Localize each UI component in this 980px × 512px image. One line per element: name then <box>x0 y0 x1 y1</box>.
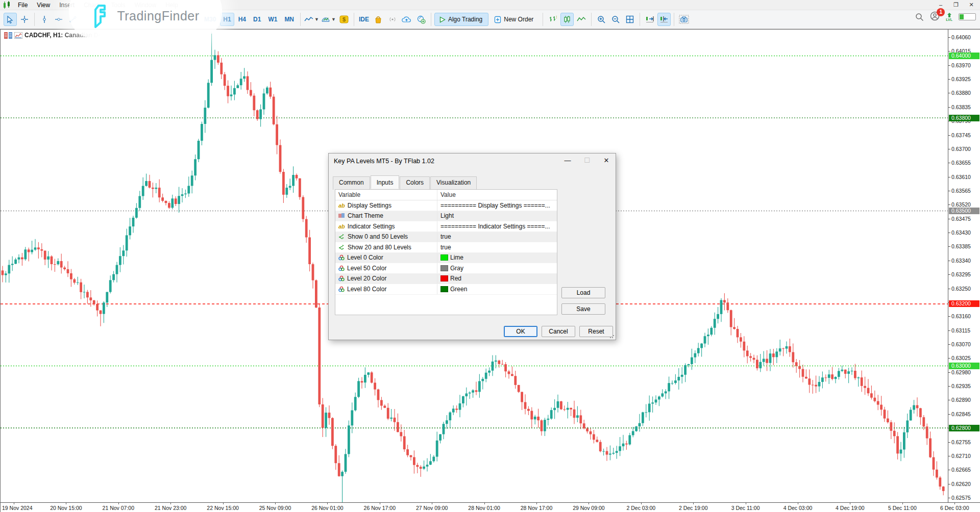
symbols-button[interactable]: $ <box>337 13 351 26</box>
candle <box>710 328 713 335</box>
toolbar-separator <box>640 13 640 26</box>
menu-item-view[interactable]: View <box>32 2 55 9</box>
param-row-chart-theme[interactable]: Chart ThemeLight <box>335 211 557 222</box>
candle <box>723 300 726 302</box>
candle <box>14 260 17 264</box>
broadcast-icon[interactable] <box>386 13 399 26</box>
candle <box>942 487 945 491</box>
column-header-value[interactable]: Value <box>437 190 557 200</box>
price-axis[interactable]: 0.640600.640150.639700.639250.638800.638… <box>948 30 980 503</box>
param-row-indicator-settings[interactable]: abIndicator Settings========== Indicator… <box>335 221 557 232</box>
resize-grip[interactable] <box>609 334 615 339</box>
dialog-minimize-button[interactable]: — <box>561 156 574 166</box>
candlestick-chart-type-button[interactable] <box>560 13 574 26</box>
screenshot-button[interactable] <box>677 13 691 26</box>
bar-chart-type-button[interactable]: 1 <box>546 13 559 26</box>
new-order-button[interactable]: New Order <box>489 13 540 26</box>
signals-button[interactable] <box>414 13 428 26</box>
parameters-table[interactable]: VariableValueabDisplay Settings=========… <box>335 189 557 315</box>
price-tick: 0.64060 <box>948 34 980 40</box>
time-tick-mark <box>380 503 380 504</box>
param-row-show-20-and-80-levels[interactable]: Show 20 and 80 Levelstrue <box>335 242 557 253</box>
tab-common[interactable]: Common <box>333 176 370 190</box>
ok-button[interactable]: OK <box>504 326 537 337</box>
ide-button[interactable]: IDE <box>357 13 371 26</box>
tab-visualization[interactable]: Visualization <box>430 176 477 190</box>
candle <box>224 74 226 86</box>
timeframe-button-h1[interactable]: H1 <box>220 13 234 26</box>
market-button[interactable] <box>372 13 385 26</box>
param-value[interactable]: Light <box>437 211 557 221</box>
profile-button[interactable]: 1 <box>930 11 940 22</box>
search-icon[interactable] <box>915 13 924 21</box>
candle <box>361 381 363 382</box>
zoom-out-button[interactable] <box>609 13 622 26</box>
level-widget[interactable]: LVL <box>946 13 952 21</box>
timeframe-button-d1[interactable]: D1 <box>250 13 264 26</box>
save-button[interactable]: Save <box>561 303 605 315</box>
param-row-level-0-color[interactable]: Level 0 ColorLime <box>335 253 557 264</box>
tab-colors[interactable]: Colors <box>400 176 430 190</box>
param-value-text: Gray <box>450 265 463 272</box>
candle <box>553 408 556 410</box>
algo-trading-button[interactable]: Algo Trading <box>434 13 488 26</box>
candle <box>661 393 664 396</box>
vertical-line-tool-button[interactable] <box>38 13 51 26</box>
zoom-in-button[interactable] <box>595 13 608 26</box>
param-value[interactable]: true <box>437 232 557 242</box>
param-row-level-50-color[interactable]: Level 50 ColorGray <box>335 263 557 274</box>
param-row-display-settings[interactable]: abDisplay Settings========== Display Set… <box>335 200 557 211</box>
cloud-button[interactable] <box>400 13 413 26</box>
param-value[interactable]: Gray <box>437 263 557 273</box>
column-header-variable[interactable]: Variable <box>335 190 437 200</box>
tile-windows-button[interactable] <box>623 13 636 26</box>
restore-button[interactable]: ❐ <box>948 0 964 9</box>
timeframe-button-h4[interactable]: H4 <box>235 13 249 26</box>
chart-shift-button[interactable] <box>657 13 671 26</box>
param-value[interactable]: ========== Display Settings ======... <box>437 200 557 211</box>
timeframe-button-mn[interactable]: MN <box>281 13 297 26</box>
depth-of-market-icon[interactable] <box>4 32 12 39</box>
horizontal-line-tool-button[interactable] <box>52 13 65 26</box>
param-row-level-80-color[interactable]: Level 80 ColorGreen <box>335 284 557 295</box>
time-axis[interactable]: 19 Nov 202420 Nov 15:0021 Nov 07:0021 No… <box>1 502 980 512</box>
time-tick-label: 21 Nov 23:00 <box>155 505 186 511</box>
dialog-close-button[interactable]: ✕ <box>600 156 612 166</box>
candle <box>926 426 928 438</box>
dialog-window-controls: — ☐ ✕ <box>561 156 612 166</box>
param-value[interactable]: Green <box>437 284 557 294</box>
param-value[interactable]: true <box>437 242 557 252</box>
param-value[interactable]: Lime <box>437 253 557 263</box>
param-row-level-20-color[interactable]: Level 20 ColorRed <box>335 274 557 285</box>
chart-window-icon[interactable] <box>14 32 22 39</box>
candle <box>230 94 233 96</box>
candle <box>132 218 135 226</box>
timeframe-button-w1[interactable]: W1 <box>265 13 280 26</box>
param-value[interactable]: Red <box>437 274 557 284</box>
param-value[interactable]: ========== Indicator Settings =====... <box>437 221 557 232</box>
param-row-show-0-and-50-levels[interactable]: Show 0 and 50 Levelstrue <box>335 232 557 243</box>
candle <box>524 402 527 409</box>
cancel-button[interactable]: Cancel <box>542 326 575 337</box>
candle <box>606 451 608 455</box>
dialog-titlebar[interactable]: Key PA Levels MT5 - By TFlab 1.02 — ☐ ✕ <box>329 153 616 169</box>
tab-inputs[interactable]: Inputs <box>371 175 400 189</box>
price-tick: 0.63520 <box>948 201 980 208</box>
candle <box>530 411 533 420</box>
candle <box>285 188 288 195</box>
cursor-tool-button[interactable] <box>4 13 17 26</box>
candle <box>119 256 121 265</box>
close-button[interactable]: ✕ <box>964 0 979 9</box>
auto-scroll-button[interactable] <box>643 13 656 26</box>
indicators-button[interactable]: ▼ <box>321 13 336 26</box>
chart-type-button[interactable]: ▼ <box>304 13 320 26</box>
candle <box>256 110 259 119</box>
crosshair-tool-button[interactable] <box>18 13 31 26</box>
candle <box>795 362 798 366</box>
reset-button[interactable]: Reset <box>579 326 613 337</box>
menu-item-file[interactable]: File <box>13 2 32 9</box>
candle <box>21 258 23 260</box>
line-chart-type-button[interactable] <box>575 13 588 26</box>
time-tick-mark <box>536 503 537 504</box>
load-button[interactable]: Load <box>561 287 605 298</box>
